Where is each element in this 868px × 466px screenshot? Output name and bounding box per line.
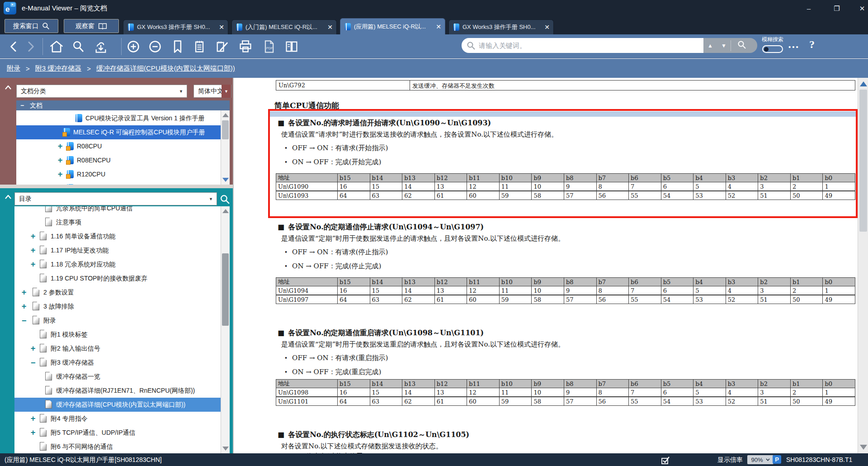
doc-category-select[interactable]: 文档分类 ▼ — [16, 85, 187, 98]
doc-tree-row[interactable]: CPU模块记录设置工具 Version 1 操作手册 — [16, 111, 221, 125]
zoom-out-icon[interactable] — [147, 39, 163, 54]
breadcrumb-link[interactable]: 缓冲存储器详细(CPU模块(内置以太网端口部)) — [96, 64, 235, 73]
scrollbar-thumb[interactable] — [222, 253, 229, 326]
panel-splitter[interactable] — [0, 185, 233, 188]
toc-tree-scrollbar[interactable] — [221, 206, 230, 453]
bookmark-icon[interactable] — [170, 39, 185, 54]
scroll-up-icon[interactable] — [860, 81, 867, 86]
toc-tree-row[interactable]: 附1 模块标签 — [14, 328, 221, 342]
collapse-panel-icon[interactable] — [5, 85, 12, 90]
doc-tree-row[interactable]: MELSEC iQ-R 可编程控制器CPU模块用户手册 — [16, 125, 221, 139]
toc-tree-row[interactable]: −附3 缓冲存储器 — [14, 356, 221, 370]
toc-tree-row[interactable]: +附4 专用指令 — [14, 412, 221, 426]
home-icon[interactable] — [49, 39, 64, 54]
close-tab-icon[interactable]: ✕ — [436, 23, 441, 30]
documents-tree-header[interactable]: − 文档 — [16, 100, 230, 110]
toc-tree-row[interactable]: +附2 输入输出信号 — [14, 342, 221, 356]
toc-tree-row[interactable]: −附录 — [14, 314, 221, 328]
help-icon[interactable]: ? — [809, 38, 815, 51]
toc-search-icon[interactable] — [220, 194, 230, 204]
doc-tree-scrollbar[interactable] — [221, 110, 230, 185]
table-cell: 8 — [596, 182, 629, 191]
scroll-up-icon[interactable] — [222, 113, 229, 117]
content-scrollbar[interactable] — [858, 78, 868, 453]
zoom-select[interactable]: 90% — [747, 455, 774, 464]
scrollbar-thumb[interactable] — [222, 120, 229, 139]
collapse-panel-icon[interactable] — [5, 195, 12, 200]
expand-node-icon[interactable]: − — [31, 358, 35, 367]
edit-icon[interactable] — [214, 39, 230, 54]
doc-tree-row[interactable]: +R08CPU — [16, 139, 221, 153]
toc-tree-row[interactable]: 缓冲存储器一览 — [14, 370, 221, 384]
close-tab-icon[interactable]: ✕ — [544, 24, 550, 31]
download-icon[interactable] — [93, 39, 108, 54]
expand-node-icon[interactable]: − — [22, 316, 26, 325]
search-icon[interactable] — [71, 39, 86, 54]
scroll-down-icon[interactable] — [222, 447, 229, 451]
scrollbar-thumb[interactable] — [859, 90, 867, 232]
scroll-up-icon[interactable] — [222, 209, 229, 213]
expand-node-icon[interactable]: + — [31, 260, 35, 269]
more-options-icon[interactable]: ••• — [788, 43, 800, 51]
toc-tree-row[interactable]: +1.17 IP地址更改功能 — [14, 243, 221, 257]
sync-check-icon[interactable] — [660, 455, 670, 465]
expand-node-icon[interactable]: + — [31, 232, 35, 241]
expand-node-icon[interactable]: + — [22, 288, 26, 297]
toc-tree-row[interactable]: +1.18 冗余系统对应功能 — [14, 257, 221, 271]
minimize-button[interactable]: – — [801, 3, 816, 14]
maximize-button[interactable]: ❐ — [829, 3, 844, 14]
split-view-icon[interactable] — [284, 39, 299, 54]
doc-tree-row[interactable]: +R08ENCPU — [16, 153, 221, 167]
expand-node-icon[interactable]: + — [31, 414, 35, 423]
print-icon[interactable] — [238, 39, 253, 54]
scroll-down-icon[interactable] — [222, 178, 229, 182]
scroll-down-icon[interactable] — [860, 445, 867, 450]
collapse-node-icon[interactable]: − — [20, 100, 24, 110]
expand-node-icon[interactable]: + — [58, 156, 62, 165]
watch-window-button[interactable]: 观察窗 — [64, 19, 119, 33]
back-icon[interactable] — [6, 39, 22, 54]
document-tab[interactable]: GX Works3 操作手册 SH0...✕ — [448, 19, 554, 34]
table-cell: 2 — [790, 286, 823, 295]
toc-tree-row[interactable]: +附5 TCP/IP通信、UDP/IP通信 — [14, 426, 221, 440]
toc-tree-row[interactable]: 缓冲存储器详细(CPU模块(内置以太网端口部)) — [14, 398, 221, 412]
doc-tree-row[interactable]: +R120CPU — [16, 167, 221, 181]
toc-tree-row[interactable]: +3 故障排除 — [14, 300, 221, 314]
toc-tree-row[interactable]: 附6 与不同网络的通信 — [14, 440, 221, 453]
toc-select[interactable]: 目录 ▼ — [14, 192, 217, 205]
language-select[interactable]: 简体中文 ▼ — [193, 85, 231, 98]
breadcrumb-link[interactable]: 附3 缓冲存储器 — [35, 64, 82, 73]
fuzzy-search-toggle[interactable] — [762, 45, 783, 53]
expand-node-icon[interactable]: + — [58, 170, 62, 179]
close-tab-icon[interactable]: ✕ — [327, 24, 333, 31]
expand-node-icon[interactable]: + — [22, 302, 26, 311]
search-window-button[interactable]: 搜索窗口 — [5, 19, 58, 33]
search-next-icon[interactable]: ▼ — [717, 43, 731, 49]
breadcrumb-link[interactable]: 附录 — [7, 64, 20, 73]
toc-tree-row[interactable]: 缓冲存储器详细(RJ71EN71、RnENCPU(网络部)) — [14, 384, 221, 398]
zoom-in-icon[interactable] — [126, 39, 141, 54]
toc-tree-row[interactable]: +1.16 简单设备通信功能 — [14, 229, 221, 243]
pdf-icon[interactable]: PDF — [261, 39, 277, 54]
close-button[interactable]: ✕ — [854, 3, 868, 14]
document-tab[interactable]: GX Works3 操作手册 SH0...✕ — [123, 19, 228, 34]
toc-tree-row[interactable]: 1.19 CPU STOP时的接收数据废弃 — [14, 271, 221, 285]
toc-tree-row[interactable]: 注意事项 — [14, 215, 221, 229]
search-prev-icon[interactable]: ▲ — [703, 43, 717, 49]
document-tab[interactable]: (应用篇) MELSEC iQ-R以...✕ — [340, 18, 445, 34]
search-go-icon[interactable] — [731, 40, 753, 51]
expand-node-icon[interactable]: + — [31, 246, 35, 255]
table-cell: 52 — [726, 191, 758, 200]
expand-node-icon[interactable]: + — [31, 428, 35, 437]
expand-node-icon[interactable]: + — [31, 344, 35, 353]
close-tab-icon[interactable]: ✕ — [219, 24, 224, 31]
document-tab[interactable]: (入门篇) MELSEC iQ-R以...✕ — [231, 19, 337, 34]
search-input[interactable] — [479, 38, 696, 53]
doc-tree-row[interactable]: + — [16, 181, 221, 185]
notes-icon[interactable] — [192, 39, 207, 54]
table-cell: 59 — [499, 191, 532, 200]
expand-node-icon[interactable]: + — [58, 142, 62, 151]
toc-tree-row[interactable]: +2 参数设置 — [14, 285, 221, 300]
forward-icon[interactable] — [23, 39, 38, 54]
toc-tree-row[interactable]: 冗余系统中的简单CPU通信 — [14, 206, 221, 215]
